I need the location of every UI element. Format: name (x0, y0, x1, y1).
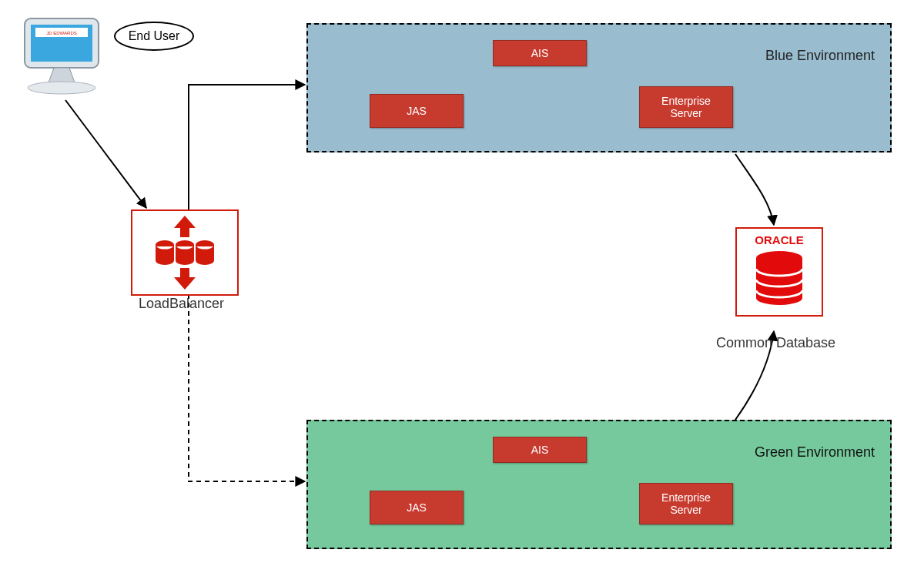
arrow-blue-to-db (735, 154, 774, 225)
green-jas-label: JAS (407, 501, 427, 514)
loadbalancer-icon (131, 209, 239, 296)
blue-es-label: Enterprise Server (661, 95, 711, 119)
oracle-brand-text: ORACLE (755, 233, 803, 246)
arrow-lb-to-green (189, 294, 305, 481)
blue-ais-label: AIS (531, 47, 549, 59)
green-ais-box: AIS (493, 437, 587, 463)
green-es-label: Enterprise Server (661, 491, 711, 516)
blue-ais-box: AIS (493, 40, 587, 66)
green-es-box: Enterprise Server (639, 483, 733, 524)
svg-point-7 (156, 256, 174, 265)
svg-text:JD EDWARDS: JD EDWARDS (46, 31, 76, 35)
enduser-label: End User (129, 29, 180, 43)
blue-env-title: Blue Environment (765, 48, 875, 64)
green-env-title: Green Environment (755, 444, 875, 461)
svg-point-13 (196, 256, 214, 265)
enduser-computer-icon: JD EDWARDS (15, 14, 108, 99)
blue-environment: Blue Environment JAS AIS Enterprise Serv… (306, 23, 892, 152)
diagram-stage: JD EDWARDS End User (0, 0, 924, 563)
svg-point-10 (176, 256, 194, 265)
blue-jas-box: JAS (370, 94, 464, 128)
svg-point-4 (28, 82, 95, 94)
arrow-lb-to-blue (189, 85, 305, 209)
arrow-enduser-to-lb (65, 100, 146, 208)
green-ais-label: AIS (531, 444, 549, 456)
common-database-label: Common Database (716, 335, 835, 351)
oracle-db-icon: ORACLE (735, 227, 823, 317)
green-environment: Green Environment JAS AIS Enterprise Ser… (306, 420, 892, 549)
blue-jas-label: JAS (407, 105, 427, 117)
loadbalancer-label: LoadBalancer (139, 296, 224, 312)
enduser-label-bubble: End User (114, 22, 194, 51)
green-jas-box: JAS (370, 491, 464, 524)
blue-es-box: Enterprise Server (639, 86, 733, 128)
